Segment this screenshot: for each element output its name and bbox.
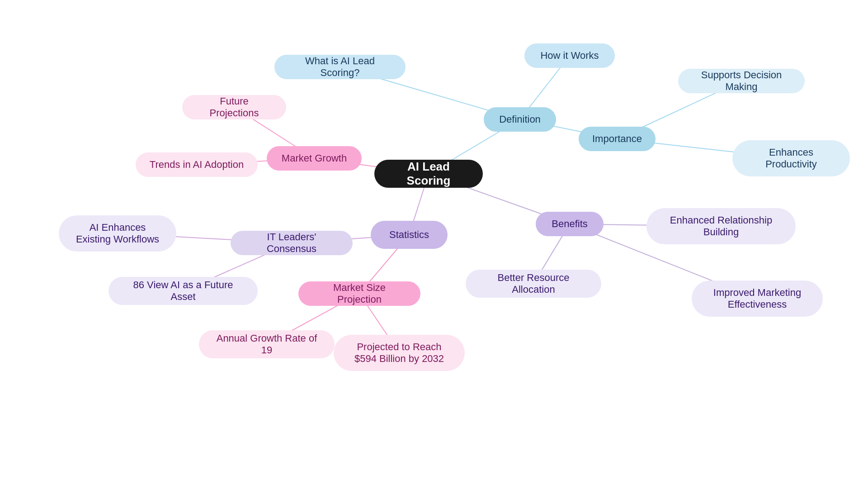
node-betterResource[interactable]: Better Resource Allocation: [466, 270, 601, 298]
node-benefits[interactable]: Benefits: [536, 212, 604, 236]
node-aiEnhances[interactable]: AI Enhances Existing Workflows: [59, 215, 176, 252]
node-center[interactable]: AI Lead Scoring: [374, 160, 483, 188]
node-importance[interactable]: Importance: [579, 127, 656, 151]
node-enhancedRelationship[interactable]: Enhanced Relationship Building: [646, 208, 796, 244]
node-annualGrowth[interactable]: Annual Growth Rate of 19: [199, 330, 335, 358]
node-itLeaders[interactable]: IT Leaders' Consensus: [231, 231, 353, 255]
node-marketSize[interactable]: Market Size Projection: [298, 281, 420, 306]
node-howItWorks[interactable]: How it Works: [524, 43, 615, 68]
node-enhancesProductivity[interactable]: Enhances Productivity: [732, 140, 850, 176]
node-marketGrowth[interactable]: Market Growth: [267, 146, 362, 171]
node-improvedMarketing[interactable]: Improved Marketing Effectiveness: [692, 281, 823, 317]
mindmap-container: AI Lead ScoringDefinitionHow it WorksWha…: [0, 0, 868, 490]
node-definition[interactable]: Definition: [484, 107, 556, 132]
node-futureProjections[interactable]: Future Projections: [182, 95, 286, 119]
node-viewAI[interactable]: 86 View AI as a Future Asset: [108, 277, 258, 305]
node-statistics[interactable]: Statistics: [371, 221, 448, 249]
node-projected594[interactable]: Projected to Reach $594 Billion by 2032: [334, 335, 465, 371]
node-supportsDecision[interactable]: Supports Decision Making: [678, 69, 805, 93]
node-trendsAI[interactable]: Trends in AI Adoption: [136, 152, 258, 177]
node-whatIsAI[interactable]: What is AI Lead Scoring?: [274, 55, 406, 79]
